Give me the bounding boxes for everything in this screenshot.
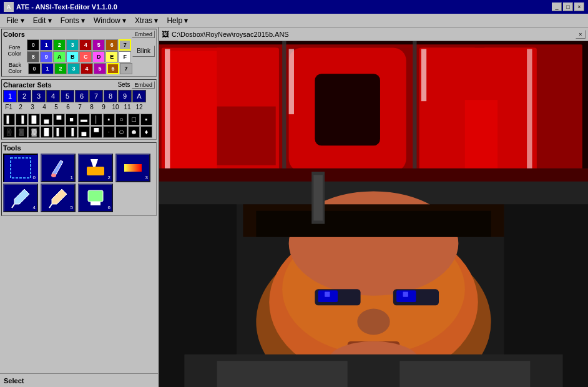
tool-fill[interactable]: 2	[78, 154, 113, 182]
char-num-4[interactable]: 4	[39, 104, 50, 112]
tool-select[interactable]: 0	[3, 154, 38, 182]
char-cell-3[interactable]: ▄	[41, 114, 52, 125]
tool-eyedropper-1[interactable]: 4	[3, 184, 38, 212]
minimize-button[interactable]: _	[552, 2, 562, 11]
char-num-3[interactable]: 3	[27, 104, 38, 112]
tool-stamp[interactable]: 6	[78, 184, 113, 212]
fore-swatch-3[interactable]: 3	[66, 39, 79, 51]
char-cell-21[interactable]: ☺	[115, 126, 127, 138]
fore-swatch-8[interactable]: 8	[27, 51, 39, 62]
char-cell-13[interactable]: ▒	[16, 126, 27, 138]
fore-swatch-D[interactable]: D	[92, 51, 105, 62]
fore-swatch-7[interactable]: 7	[119, 39, 131, 51]
char-cell-7[interactable]: │	[91, 114, 102, 125]
char-tab-2[interactable]: 2	[17, 90, 31, 102]
fore-swatch-5[interactable]: 5	[92, 39, 105, 51]
back-swatch-2[interactable]: 2	[54, 63, 67, 74]
back-swatch-3[interactable]: 3	[67, 63, 80, 74]
menu-file[interactable]: File ▾	[2, 15, 28, 26]
char-cell-5[interactable]: ■	[66, 114, 77, 125]
select-bar: Select	[0, 373, 158, 387]
tool-gradient[interactable]: 3	[115, 154, 150, 182]
char-num-6[interactable]: 6	[62, 104, 74, 112]
char-cell-22[interactable]: ☻	[128, 126, 140, 138]
back-swatch-1[interactable]: 1	[41, 63, 54, 74]
back-swatch-6[interactable]: 6	[107, 63, 119, 74]
char-cell-18[interactable]: ▄	[78, 126, 90, 138]
char-num-5[interactable]: 5	[51, 104, 62, 112]
tool-brush[interactable]: 1	[41, 154, 76, 182]
back-swatch-4[interactable]: 4	[81, 63, 93, 74]
char-cell-15[interactable]: █	[41, 126, 52, 138]
char-tab-4[interactable]: 4	[46, 90, 60, 102]
char-cell-9[interactable]: ○	[115, 114, 127, 125]
fore-swatch-1[interactable]: 1	[40, 39, 52, 51]
fore-color-row: ForeColor 0 1 2 3 4 5 6 7 8 9	[3, 39, 155, 62]
char-sets-title: Character Sets	[3, 81, 52, 89]
char-cell-4[interactable]: ▀	[53, 114, 65, 125]
fore-swatch-A[interactable]: A	[53, 51, 66, 62]
fore-swatch-0[interactable]: 0	[27, 39, 39, 51]
fore-swatch-C[interactable]: C	[79, 51, 92, 62]
char-tab-1[interactable]: 1	[3, 90, 17, 102]
menu-help[interactable]: Help ▾	[163, 15, 192, 26]
fore-swatch-B[interactable]: B	[66, 51, 79, 62]
char-tab-6[interactable]: 6	[75, 90, 89, 102]
char-cell-0[interactable]: ▌	[3, 114, 15, 125]
close-button[interactable]: ×	[574, 2, 584, 11]
maximize-button[interactable]: □	[563, 2, 573, 11]
fore-swatch-6[interactable]: 6	[105, 39, 118, 51]
char-tab-A[interactable]: A	[132, 90, 146, 102]
blink-button[interactable]: Blink	[132, 46, 155, 57]
colors-section: Colors Embed ForeColor 0 1 2 3 4 5 6 7	[1, 29, 157, 77]
brush-tool-icon	[47, 157, 69, 179]
char-cell-14[interactable]: ▓	[28, 126, 40, 138]
char-cell-1[interactable]: ▐	[16, 114, 27, 125]
colors-embed-button[interactable]: Embed	[132, 31, 155, 38]
char-embed-button[interactable]: Embed	[132, 81, 155, 89]
char-num-12[interactable]: 12	[134, 104, 145, 112]
char-cell-6[interactable]: ▬	[78, 114, 90, 125]
char-cell-8[interactable]: ▪	[103, 114, 115, 125]
char-cell-23[interactable]: ♦	[140, 126, 152, 138]
char-cell-12[interactable]: ░	[3, 126, 15, 138]
svg-line-4	[12, 204, 14, 208]
tool-eyedropper-2[interactable]: 5	[41, 184, 76, 212]
char-cell-10[interactable]: □	[128, 114, 140, 125]
doc-close-button[interactable]: ×	[576, 30, 586, 39]
back-swatch-7[interactable]: 7	[120, 63, 132, 74]
char-num-F1[interactable]: F1	[3, 104, 14, 112]
char-tab-3[interactable]: 3	[32, 90, 46, 102]
fore-swatch-9[interactable]: 9	[40, 51, 52, 62]
char-num-10[interactable]: 10	[110, 104, 121, 112]
char-tab-5[interactable]: 5	[61, 90, 74, 102]
char-cell-11[interactable]: ▪	[140, 114, 152, 125]
char-num-9[interactable]: 9	[98, 104, 109, 112]
char-cell-19[interactable]: ▀	[91, 126, 102, 138]
char-cell-20[interactable]: ·	[103, 126, 115, 138]
back-swatch-5[interactable]: 5	[94, 63, 106, 74]
svg-rect-14	[217, 107, 276, 165]
fore-swatch-F[interactable]: F	[119, 51, 131, 62]
char-tab-8[interactable]: 8	[104, 90, 117, 102]
char-cell-16[interactable]: ▌	[53, 126, 65, 138]
app-title: ATE - ANSI-Text-Editor V1.1.0.0	[16, 3, 117, 11]
char-cell-17[interactable]: ▐	[66, 126, 77, 138]
ansi-canvas[interactable]	[159, 41, 588, 387]
fore-swatch-2[interactable]: 2	[53, 39, 66, 51]
fore-swatch-E[interactable]: E	[105, 51, 118, 62]
menu-edit[interactable]: Edit ▾	[29, 15, 56, 26]
canvas-area: 🖼 C:\Dosbox\RoyNew\roysac2015b.ANS ×	[159, 27, 588, 387]
menu-xtras[interactable]: Xtras ▾	[131, 15, 162, 26]
char-num-7[interactable]: 7	[74, 104, 86, 112]
char-tab-7[interactable]: 7	[89, 90, 103, 102]
char-tab-9[interactable]: 9	[118, 90, 132, 102]
char-cell-2[interactable]: █	[28, 114, 40, 125]
fore-swatch-4[interactable]: 4	[79, 39, 92, 51]
char-num-11[interactable]: 11	[122, 104, 133, 112]
menu-fonts[interactable]: Fonts ▾	[57, 15, 89, 26]
char-num-8[interactable]: 8	[86, 104, 97, 112]
menu-window[interactable]: Window ▾	[90, 15, 130, 26]
char-num-2[interactable]: 2	[15, 104, 26, 112]
back-swatch-0[interactable]: 0	[28, 63, 41, 74]
